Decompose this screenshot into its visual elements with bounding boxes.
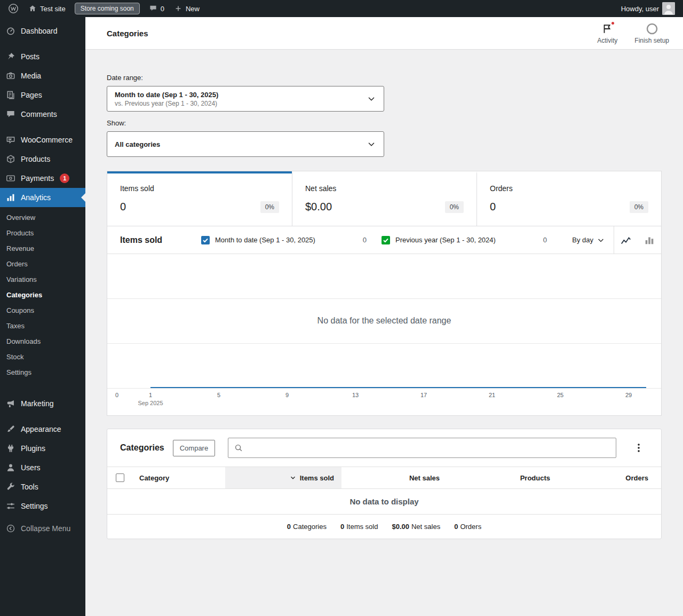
sidebar-label: Products — [21, 155, 50, 163]
submenu-item-categories[interactable]: Categories — [0, 287, 85, 303]
sidebar-label: Payments — [21, 174, 54, 183]
stat-value: $0.00 — [305, 201, 332, 213]
x-axis-month-label: Sep 2025 — [138, 400, 163, 406]
sidebar-label: Dashboard — [21, 27, 58, 35]
legend-value: 0 — [543, 236, 547, 244]
category-filter-select[interactable]: All categories — [107, 131, 384, 157]
sidebar-item-tools[interactable]: Tools — [0, 477, 85, 496]
column-label: Items sold — [300, 474, 334, 482]
submenu-item-products[interactable]: Products — [0, 225, 85, 241]
column-header-items-sold[interactable]: Items sold — [225, 467, 342, 488]
bar-chart-toggle[interactable] — [638, 226, 661, 254]
submenu-item-settings[interactable]: Settings — [0, 365, 85, 380]
sidebar-item-dashboard[interactable]: Dashboard — [0, 21, 85, 41]
stat-card-items-sold[interactable]: Items sold 0 0% — [107, 171, 292, 226]
stat-delta-badge: 0% — [630, 201, 648, 213]
submenu-item-orders[interactable]: Orders — [0, 256, 85, 272]
sidebar-item-settings[interactable]: Settings — [0, 496, 85, 516]
notification-dot — [610, 21, 615, 26]
sidebar-label: Plugins — [21, 444, 45, 453]
sidebar-label: Tools — [21, 483, 38, 491]
chart-title: Items sold — [107, 226, 201, 254]
submenu-item-variations[interactable]: Variations — [0, 272, 85, 287]
sidebar-item-marketing[interactable]: Marketing — [0, 394, 85, 413]
column-header-orders[interactable]: Orders — [550, 467, 661, 488]
stat-card-net-sales[interactable]: Net sales $0.00 0% — [292, 171, 476, 226]
activity-label: Activity — [597, 37, 617, 44]
chevron-down-icon — [597, 236, 605, 244]
submenu-item-stock[interactable]: Stock — [0, 349, 85, 365]
chart-area: No data for the selected date range 0 1 … — [107, 254, 661, 415]
sidebar-item-products[interactable]: Products — [0, 149, 85, 169]
stat-value: 0 — [120, 201, 126, 213]
legend-current-period[interactable]: Month to date (Sep 1 - 30, 2025) 0 — [201, 236, 367, 244]
activity-flag-icon — [601, 22, 614, 35]
sidebar-label: Users — [21, 463, 41, 472]
sidebar-label: Collapse Menu — [21, 524, 70, 533]
date-range-comparison: vs. Previous year (Sep 1 - 30, 2024) — [115, 100, 218, 107]
show-label: Show: — [107, 119, 662, 127]
wp-logo-menu[interactable] — [3, 0, 23, 17]
activity-button[interactable]: Activity — [591, 20, 624, 46]
submenu-item-downloads[interactable]: Downloads — [0, 334, 85, 349]
x-axis-tick: 5 — [217, 392, 220, 398]
interval-select[interactable]: By day — [563, 226, 614, 254]
table-empty-message: No data to display — [107, 489, 661, 515]
finish-setup-button[interactable]: Finish setup — [628, 20, 676, 46]
chart-empty-message: No data for the selected date range — [107, 316, 661, 326]
legend-previous-period[interactable]: Previous year (Sep 1 - 30, 2024) 0 — [382, 236, 547, 244]
avatar — [662, 2, 675, 15]
x-axis-tick: 25 — [557, 392, 563, 398]
line-chart-toggle[interactable] — [614, 226, 638, 254]
select-all-checkbox[interactable] — [116, 473, 124, 482]
sidebar-item-plugins[interactable]: Plugins — [0, 439, 85, 458]
table-title: Categories — [120, 443, 164, 453]
sidebar-item-pages[interactable]: Pages — [0, 85, 85, 105]
sidebar-item-media[interactable]: Media — [0, 66, 85, 85]
sidebar-item-woocommerce[interactable]: WooCommerce — [0, 130, 85, 149]
collapse-arrow-icon — [5, 523, 16, 534]
stat-label: Items sold — [120, 184, 279, 193]
admin-sidebar: Dashboard Posts Media Pages Comments Woo… — [0, 17, 85, 616]
stat-card-orders[interactable]: Orders 0 0% — [476, 171, 661, 226]
stat-label: Net sales — [305, 184, 464, 193]
wordpress-logo-icon — [8, 3, 19, 14]
x-axis-tick: 17 — [420, 392, 427, 398]
paintbrush-icon — [5, 424, 16, 435]
comments-admin-link[interactable]: 0 — [144, 0, 169, 17]
submenu-item-overview[interactable]: Overview — [0, 210, 85, 225]
submenu-item-taxes[interactable]: Taxes — [0, 318, 85, 334]
sidebar-item-comments[interactable]: Comments — [0, 105, 85, 124]
new-content-menu[interactable]: New — [169, 0, 204, 17]
date-range-select[interactable]: Month to date (Sep 1 - 30, 2025) vs. Pre… — [107, 86, 384, 112]
account-menu[interactable]: Howdy, user — [616, 0, 680, 17]
sidebar-label: Settings — [21, 502, 48, 510]
compare-button[interactable]: Compare — [173, 440, 215, 456]
column-header-products[interactable]: Products — [440, 467, 550, 488]
site-name-link[interactable]: Test site — [23, 0, 70, 17]
sidebar-label: Media — [21, 72, 41, 80]
x-axis-tick: 13 — [352, 392, 359, 398]
sidebar-item-analytics[interactable]: Analytics — [0, 188, 85, 207]
line-chart-icon — [620, 234, 632, 246]
admin-bar: Test site Store coming soon 0 New Howdy,… — [0, 0, 683, 17]
table-search-input[interactable] — [228, 438, 616, 458]
chevron-down-icon — [367, 139, 376, 149]
submenu-item-revenue[interactable]: Revenue — [0, 241, 85, 256]
plug-icon — [5, 443, 16, 454]
megaphone-icon — [5, 398, 16, 409]
submenu-item-coupons[interactable]: Coupons — [0, 303, 85, 318]
sidebar-item-collapse-menu[interactable]: Collapse Menu — [0, 519, 85, 538]
column-header-net-sales[interactable]: Net sales — [342, 467, 440, 488]
sidebar-label: Analytics — [21, 193, 51, 202]
column-header-category[interactable]: Category — [133, 467, 225, 488]
chart-legend: Month to date (Sep 1 - 30, 2025) 0 Previ… — [201, 226, 547, 254]
chart-panel: Items sold Month to date (Sep 1 - 30, 20… — [107, 226, 662, 416]
sidebar-item-appearance[interactable]: Appearance — [0, 420, 85, 439]
sidebar-item-payments[interactable]: Payments 1 — [0, 169, 85, 188]
sidebar-item-posts[interactable]: Posts — [0, 47, 85, 66]
stat-value: 0 — [490, 201, 496, 213]
sidebar-item-users[interactable]: Users — [0, 458, 85, 477]
category-filter-value: All categories — [115, 140, 160, 148]
table-menu-button[interactable] — [629, 438, 648, 457]
